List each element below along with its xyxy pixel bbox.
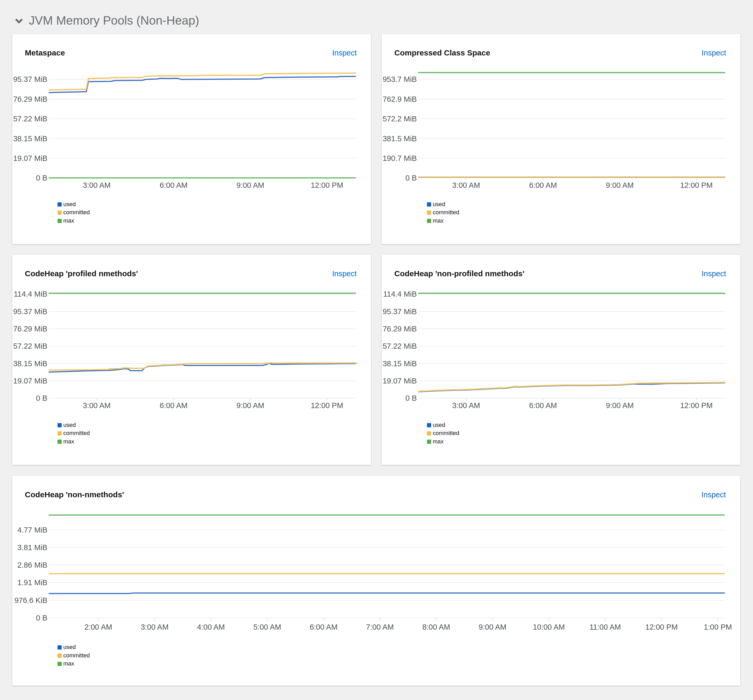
svg-text:6:00 AM: 6:00 AM [160, 181, 187, 189]
svg-text:CodeHeap 'non-profiled nmethod: CodeHeap 'non-profiled nmethods' [394, 269, 524, 278]
svg-text:used: used [433, 422, 445, 428]
svg-text:3.81 MiB: 3.81 MiB [17, 543, 47, 552]
svg-text:3:00 AM: 3:00 AM [83, 401, 111, 409]
svg-text:Inspect: Inspect [332, 48, 357, 57]
svg-text:95.37 MiB: 95.37 MiB [13, 75, 47, 83]
svg-text:used: used [63, 201, 76, 208]
svg-text:max: max [433, 438, 444, 445]
svg-text:3:00 AM: 3:00 AM [141, 623, 168, 631]
svg-text:Metaspace: Metaspace [25, 48, 65, 57]
svg-text:38.15 MiB: 38.15 MiB [382, 359, 417, 368]
svg-text:used: used [63, 644, 76, 650]
svg-text:190.7 MiB: 190.7 MiB [382, 154, 417, 162]
svg-text:95.37 MiB: 95.37 MiB [382, 307, 417, 316]
svg-text:Compressed Class Space: Compressed Class Space [394, 48, 490, 57]
svg-text:2.86 MiB: 2.86 MiB [17, 561, 47, 569]
svg-text:Inspect: Inspect [332, 269, 357, 278]
svg-text:2:00 AM: 2:00 AM [84, 623, 112, 631]
svg-text:19.07 MiB: 19.07 MiB [382, 377, 417, 385]
svg-text:CodeHeap 'profiled nmethods': CodeHeap 'profiled nmethods' [25, 269, 138, 278]
svg-text:max: max [63, 660, 74, 667]
svg-text:4:00 AM: 4:00 AM [197, 623, 225, 631]
svg-text:9:00 AM: 9:00 AM [236, 181, 264, 189]
svg-text:9:00 AM: 9:00 AM [479, 623, 507, 631]
svg-text:Inspect: Inspect [702, 491, 726, 499]
svg-text:max: max [63, 217, 74, 224]
svg-text:used: used [63, 422, 76, 428]
svg-text:76.29 MiB: 76.29 MiB [382, 325, 417, 333]
svg-text:12:00 PM: 12:00 PM [680, 181, 712, 189]
svg-text:6:00 AM: 6:00 AM [529, 181, 557, 189]
svg-text:381.5 MiB: 381.5 MiB [382, 134, 417, 143]
svg-text:9:00 AM: 9:00 AM [606, 401, 633, 409]
svg-text:committed: committed [433, 430, 459, 436]
svg-text:11:00 AM: 11:00 AM [589, 623, 621, 631]
svg-text:7:00 AM: 7:00 AM [366, 623, 394, 631]
svg-text:76.29 MiB: 76.29 MiB [13, 325, 47, 333]
svg-text:3:00 AM: 3:00 AM [83, 181, 111, 189]
svg-text:Inspect: Inspect [702, 48, 726, 57]
svg-text:114.4 MiB: 114.4 MiB [14, 290, 47, 298]
svg-text:CodeHeap 'non-nmethods': CodeHeap 'non-nmethods' [25, 490, 124, 499]
svg-text:3:00 AM: 3:00 AM [452, 181, 480, 189]
svg-text:57.22 MiB: 57.22 MiB [382, 342, 417, 350]
svg-text:572.2 MiB: 572.2 MiB [382, 114, 417, 123]
svg-text:committed: committed [63, 652, 90, 659]
svg-text:committed: committed [63, 430, 90, 436]
svg-text:committed: committed [433, 209, 459, 216]
svg-text:8:00 AM: 8:00 AM [422, 623, 450, 631]
svg-text:762.9 MiB: 762.9 MiB [382, 95, 417, 103]
svg-text:19.07 MiB: 19.07 MiB [13, 154, 47, 162]
svg-text:95.37 MiB: 95.37 MiB [13, 307, 47, 316]
svg-text:6:00 AM: 6:00 AM [160, 401, 187, 409]
svg-text:9:00 AM: 9:00 AM [606, 181, 633, 189]
svg-text:0 B: 0 B [36, 614, 47, 622]
svg-text:0 B: 0 B [405, 174, 417, 182]
svg-text:12:00 PM: 12:00 PM [310, 181, 343, 189]
svg-text:9:00 AM: 9:00 AM [236, 401, 264, 409]
svg-text:max: max [433, 217, 444, 224]
svg-text:1:00 PM: 1:00 PM [703, 623, 732, 631]
svg-text:953.7 MiB: 953.7 MiB [382, 75, 417, 83]
svg-text:57.22 MiB: 57.22 MiB [13, 342, 47, 350]
svg-text:0 B: 0 B [36, 394, 47, 402]
svg-text:10:00 AM: 10:00 AM [533, 623, 565, 631]
svg-text:0 B: 0 B [405, 394, 417, 402]
svg-text:1.91 MiB: 1.91 MiB [17, 578, 47, 587]
svg-text:Inspect: Inspect [702, 269, 726, 278]
svg-text:38.15 MiB: 38.15 MiB [13, 134, 47, 143]
svg-text:6:00 AM: 6:00 AM [310, 623, 337, 631]
svg-text:3:00 AM: 3:00 AM [452, 401, 480, 409]
svg-text:committed: committed [63, 209, 90, 216]
svg-text:5:00 AM: 5:00 AM [253, 623, 281, 631]
svg-text:976.6 KiB: 976.6 KiB [14, 596, 47, 605]
svg-text:4.77 MiB: 4.77 MiB [17, 526, 47, 534]
svg-text:used: used [433, 201, 445, 208]
svg-text:6:00 AM: 6:00 AM [529, 401, 557, 409]
svg-text:114.4 MiB: 114.4 MiB [383, 290, 417, 298]
svg-text:76.29 MiB: 76.29 MiB [13, 95, 47, 103]
svg-text:0 B: 0 B [36, 174, 47, 182]
svg-text:12:00 PM: 12:00 PM [645, 623, 678, 631]
svg-text:12:00 PM: 12:00 PM [680, 401, 712, 409]
svg-text:19.07 MiB: 19.07 MiB [13, 377, 47, 385]
svg-text:12:00 PM: 12:00 PM [310, 401, 343, 409]
svg-text:max: max [63, 438, 74, 445]
svg-text:38.15 MiB: 38.15 MiB [13, 359, 47, 368]
svg-text:57.22 MiB: 57.22 MiB [13, 114, 47, 123]
